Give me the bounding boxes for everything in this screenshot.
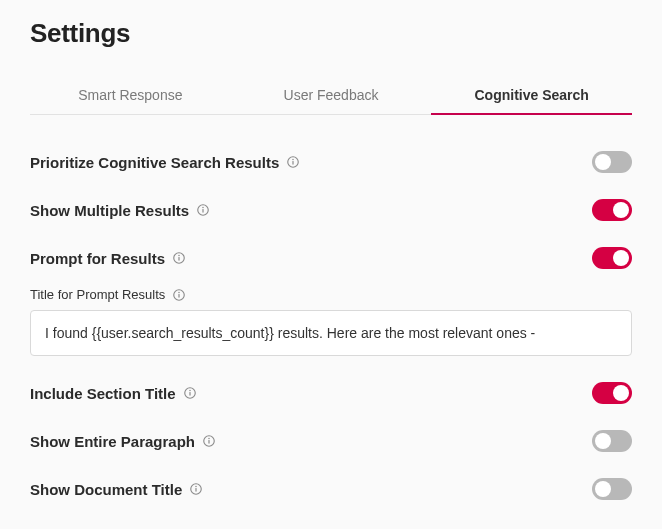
title-prompt-input[interactable] [30,310,632,356]
info-icon[interactable] [190,483,202,495]
setting-prioritize: Prioritize Cognitive Search Results [30,139,632,187]
setting-document-title: Show Document Title [30,466,632,514]
info-icon[interactable] [287,156,299,168]
tab-cognitive-search[interactable]: Cognitive Search [431,77,632,115]
toggle-entire-paragraph[interactable] [592,430,632,452]
svg-rect-13 [189,392,190,396]
info-icon[interactable] [203,435,215,447]
svg-point-20 [195,486,197,488]
svg-point-8 [178,255,180,257]
setting-title-prompt: Title for Prompt Results [30,287,632,356]
setting-prompt: Prompt for Results [30,235,632,283]
svg-rect-1 [293,161,294,165]
svg-rect-7 [178,257,179,261]
svg-point-11 [179,291,181,293]
info-icon[interactable] [173,252,185,264]
setting-include-section-label: Include Section Title [30,385,176,402]
tab-smart-response[interactable]: Smart Response [30,77,231,115]
info-icon[interactable] [173,289,185,301]
svg-point-17 [208,438,210,440]
svg-point-5 [202,207,204,209]
page-title: Settings [30,18,632,49]
info-icon[interactable] [197,204,209,216]
toggle-prioritize[interactable] [592,151,632,173]
svg-rect-4 [203,209,204,213]
title-prompt-label: Title for Prompt Results [30,287,165,302]
tabs: Smart Response User Feedback Cognitive S… [30,77,632,115]
tab-user-feedback[interactable]: User Feedback [231,77,432,115]
svg-rect-10 [179,293,180,297]
toggle-prompt[interactable] [592,247,632,269]
setting-entire-paragraph: Show Entire Paragraph [30,418,632,466]
svg-point-14 [189,390,191,392]
toggle-document-title[interactable] [592,478,632,500]
setting-prompt-label: Prompt for Results [30,250,165,267]
svg-rect-16 [208,440,209,444]
toggle-multiple[interactable] [592,199,632,221]
setting-entire-paragraph-label: Show Entire Paragraph [30,433,195,450]
toggle-include-section[interactable] [592,382,632,404]
svg-point-2 [293,159,295,161]
setting-document-title-label: Show Document Title [30,481,182,498]
setting-multiple: Show Multiple Results [30,187,632,235]
setting-prioritize-label: Prioritize Cognitive Search Results [30,154,279,171]
svg-rect-19 [196,488,197,492]
setting-multiple-label: Show Multiple Results [30,202,189,219]
setting-include-section: Include Section Title [30,370,632,418]
info-icon[interactable] [184,387,196,399]
